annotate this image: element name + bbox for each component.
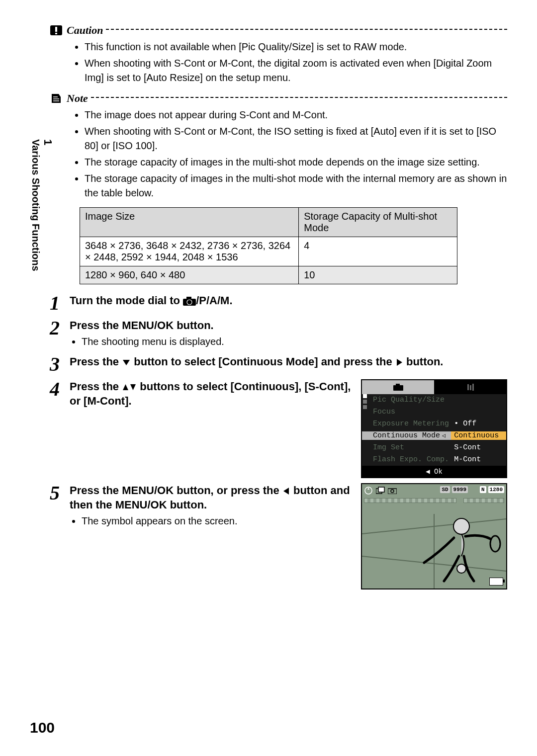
- step-bullet: The shooting menu is displayed.: [82, 336, 507, 347]
- svg-marker-7: [397, 359, 402, 366]
- note-item: The storage capacity of images in the mu…: [85, 171, 507, 200]
- note-list: The image does not appear during S-Cont …: [85, 108, 507, 200]
- page-number: 100: [30, 719, 55, 736]
- continuous-icon: [376, 486, 385, 495]
- svg-marker-9: [130, 384, 136, 390]
- caution-icon: [50, 24, 63, 37]
- left-arrow-icon: ◁: [442, 432, 446, 439]
- chapter-title: Various Shooting Functions: [30, 139, 41, 271]
- menu-screenshot: Pic Quality/Size Focus Exposure Metering…: [361, 379, 507, 478]
- step-number: 2: [50, 318, 70, 349]
- step-number: 3: [50, 354, 70, 374]
- capacity-table: Image Size Storage Capacity of Multi-sho…: [80, 207, 457, 284]
- svg-marker-12: [283, 488, 289, 495]
- svg-rect-1: [55, 27, 57, 32]
- note-item: The image does not appear during S-Cont …: [85, 108, 507, 122]
- sd-chip: SD: [440, 486, 449, 493]
- left-arrow-icon: [282, 487, 290, 496]
- step-2: 2 Press the MENU/OK button. The shooting…: [50, 318, 507, 349]
- svg-point-5: [187, 300, 192, 305]
- menu-tab-setup: [434, 380, 506, 394]
- mode-icon: [364, 486, 373, 495]
- caution-heading: Caution: [67, 24, 103, 37]
- svg-marker-6: [123, 360, 130, 365]
- svg-rect-4: [186, 297, 191, 300]
- table-header: Storage Capacity of Multi-shot Mode: [299, 208, 457, 237]
- note-icon: [50, 92, 63, 105]
- menu-tab-camera: [362, 380, 434, 394]
- menu-ok-bar: ◀ Ok: [362, 466, 506, 477]
- note-callout: Note The image does not appear during S-…: [50, 92, 507, 284]
- step-number: 5: [50, 483, 70, 589]
- caution-item: When shooting with S-Cont or M-Cont, the…: [85, 56, 507, 85]
- step-number: 4: [50, 379, 70, 478]
- count-chip: 9999: [452, 486, 468, 493]
- note-item: The storage capacity of images in the mu…: [85, 155, 507, 169]
- svg-rect-11: [396, 384, 400, 386]
- camera-small-icon: [388, 486, 397, 495]
- svg-point-17: [453, 518, 469, 534]
- down-arrow-icon: [122, 358, 131, 366]
- svg-point-24: [391, 490, 394, 493]
- svg-rect-2: [55, 33, 57, 34]
- step-4: 4 Press the buttons to select [Continuou…: [50, 379, 507, 478]
- svg-rect-22: [378, 487, 384, 492]
- n-chip: N: [480, 486, 486, 493]
- step-5: 5 Press the MENU/OK button, or press the…: [50, 483, 507, 589]
- camera-icon: [183, 297, 196, 306]
- note-item: When shooting with S-Cont or M-Cont, the…: [85, 124, 507, 153]
- table-header: Image Size: [80, 208, 299, 237]
- caution-list: This function is not available when [Pic…: [85, 40, 507, 85]
- svg-point-19: [457, 564, 466, 573]
- table-row: 3648 × 2736, 3648 × 2432, 2736 × 2736, 3…: [80, 237, 457, 266]
- right-arrow-icon: [395, 358, 403, 367]
- step-number: 1: [50, 293, 70, 313]
- camera-screenshot: SD 9999 N 1280: [361, 483, 507, 589]
- up-down-arrow-icon: [122, 383, 137, 392]
- svg-rect-10: [393, 385, 403, 391]
- step-1: 1 Turn the mode dial to /P/A/M.: [50, 293, 507, 313]
- table-row: 1280 × 960, 640 × 480 10: [80, 266, 457, 284]
- svg-marker-8: [123, 384, 128, 390]
- caution-item: This function is not available when [Pic…: [85, 40, 507, 54]
- caution-callout: Caution This function is not available w…: [50, 24, 507, 85]
- size-chip: 1280: [488, 486, 504, 493]
- step-bullet: The symbol appears on the screen.: [82, 515, 351, 527]
- step-3: 3 Press the button to select [Continuous…: [50, 354, 507, 374]
- note-heading: Note: [67, 92, 88, 105]
- battery-icon: [489, 578, 503, 586]
